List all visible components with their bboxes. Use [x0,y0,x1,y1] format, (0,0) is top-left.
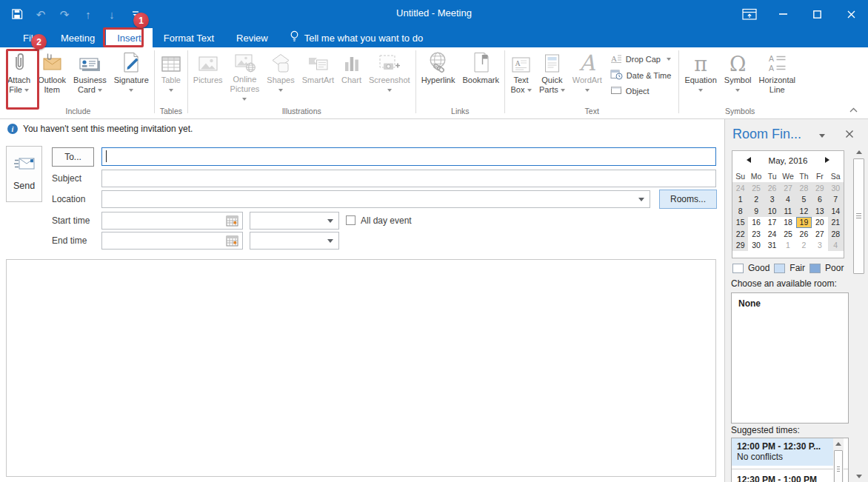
panel-dropdown-icon[interactable] [819,134,825,138]
to-button[interactable]: To... [52,147,94,167]
calendar-day[interactable]: 8 [732,205,748,217]
table-button[interactable]: Table [156,47,186,104]
panel-scrollbar[interactable] [852,147,865,482]
to-input[interactable] [101,147,716,166]
end-date-input[interactable] [101,232,243,250]
rooms-button[interactable]: Rooms... [659,190,717,209]
object-button[interactable]: Object [610,85,672,97]
available-rooms-list[interactable]: None [731,292,849,424]
calendar-day[interactable]: 2 [748,194,764,206]
tab-review[interactable]: Review [225,28,279,47]
calendar-day[interactable]: 28 [796,182,812,194]
calendar-day[interactable]: 24 [732,182,748,194]
quick-parts-button[interactable]: QuickParts [535,47,569,104]
start-date-input[interactable] [101,212,243,230]
end-time-combobox[interactable] [250,232,339,250]
calendar-day[interactable]: 27 [780,182,795,194]
calendar-day[interactable]: 13 [812,205,827,217]
save-icon[interactable] [10,7,24,21]
calendar-day[interactable]: 25 [780,228,795,240]
tab-meeting[interactable]: Meeting [50,28,106,47]
suggested-times-scrollbar[interactable] [833,438,844,482]
start-date-picker-icon[interactable] [226,215,238,230]
outlook-item-button[interactable]: OutlookItem [34,47,70,104]
calendar-day-today[interactable]: 19 [796,217,812,229]
calendar-day[interactable]: 22 [732,228,748,240]
calendar-day[interactable]: 16 [748,217,764,229]
calendar-day[interactable]: 27 [812,228,827,240]
calendar-day[interactable]: 26 [764,182,780,194]
calendar-day[interactable]: 29 [732,240,748,252]
tab-format-text[interactable]: Format Text [153,28,225,47]
calendar-day[interactable]: 23 [748,228,764,240]
undo-icon[interactable]: ↶ [34,7,47,21]
ribbon-display-options-icon[interactable] [735,0,764,28]
calendar-day[interactable]: 1 [732,194,748,206]
next-item-icon[interactable]: ↓ [105,7,118,21]
calendar-day[interactable]: 5 [796,194,812,206]
calendar-day[interactable]: 9 [748,205,764,217]
calendar-day[interactable]: 4 [780,194,795,206]
room-list-item[interactable]: None [738,298,841,309]
calendar-day[interactable]: 21 [828,217,844,229]
online-pictures-button[interactable]: OnlinePictures [227,47,264,104]
bookmark-button[interactable]: Bookmark [458,47,503,104]
calendar-day[interactable]: 11 [780,205,795,217]
calendar-day[interactable]: 24 [764,228,780,240]
calendar-day[interactable]: 15 [732,217,748,229]
calendar-day[interactable]: 18 [780,217,795,229]
calendar-day[interactable]: 1 [780,240,795,252]
redo-icon[interactable]: ↷ [58,7,71,21]
wordart-button[interactable]: AWordArt [569,47,606,104]
calendar-day[interactable]: 10 [764,205,780,217]
meeting-body-editor[interactable] [6,259,716,477]
calendar-day[interactable]: 6 [812,194,827,206]
subject-input[interactable] [101,170,716,187]
signature-button[interactable]: Signature [110,47,153,104]
panel-close-icon[interactable] [844,128,855,140]
calendar-day[interactable]: 12 [796,205,812,217]
hyperlink-button[interactable]: Hyperlink [418,47,459,104]
chart-button[interactable]: Chart [338,47,365,104]
calendar-day[interactable]: 3 [764,194,780,206]
location-combobox[interactable] [101,190,650,208]
calendar-day[interactable]: 20 [812,217,827,229]
equation-button[interactable]: πEquation [681,47,720,104]
smartart-button[interactable]: SmartArt [298,47,338,104]
end-date-picker-icon[interactable] [226,235,238,250]
end-time-dropdown-icon[interactable] [327,239,333,243]
tab-insert[interactable]: Insert [106,28,153,47]
calendar-day[interactable]: 3 [812,240,827,252]
calendar-day[interactable]: 30 [748,240,764,252]
previous-item-icon[interactable]: ↑ [81,7,95,21]
start-time-combobox[interactable] [250,212,339,230]
location-dropdown-icon[interactable] [638,198,644,201]
previous-month-icon[interactable] [747,157,751,163]
calendar-day[interactable]: 2 [796,240,812,252]
screenshot-button[interactable]: Screenshot [365,47,414,104]
tell-me-box[interactable]: Tell me what you want to do [290,28,423,47]
calendar-day[interactable]: 28 [828,228,844,240]
calendar-day[interactable]: 25 [748,182,764,194]
calendar-day[interactable]: 30 [828,182,844,194]
minimize-button[interactable] [766,0,800,28]
calendar-day[interactable]: 29 [812,182,827,194]
all-day-event-checkbox[interactable] [346,215,355,225]
maximize-button[interactable] [800,0,834,28]
close-button[interactable] [834,0,868,28]
next-month-icon[interactable] [825,157,829,163]
shapes-button[interactable]: Shapes [263,47,298,104]
drop-cap-button[interactable]: ADrop Cap [610,53,672,65]
start-time-dropdown-icon[interactable] [327,219,333,223]
calendar-day[interactable]: 17 [764,217,780,229]
calendar-day[interactable]: 26 [796,228,812,240]
calendar-day[interactable]: 7 [828,194,844,206]
horizontal-line-button[interactable]: AAHorizontalLine [755,47,800,104]
symbol-button[interactable]: ΩSymbol [721,47,755,104]
suggested-time-item[interactable]: 12:00 PM - 12:30 P...No conflicts [732,438,834,466]
calendar-day[interactable]: 4 [828,240,844,252]
calendar-day[interactable]: 31 [764,240,780,252]
suggested-time-item[interactable]: 12:30 PM - 1:00 PM [732,472,848,482]
date-time-button[interactable]: Date & Time [610,69,672,81]
business-card-button[interactable]: BusinessCard [70,47,110,104]
